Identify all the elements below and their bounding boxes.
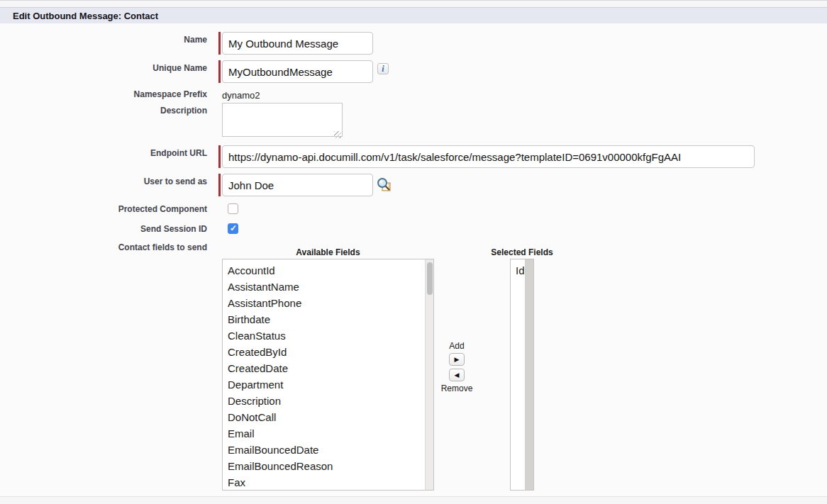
- user-to-send-as-input[interactable]: [222, 174, 373, 196]
- info-icon[interactable]: i: [377, 63, 389, 74]
- description-resize-handle: [222, 103, 343, 140]
- list-item[interactable]: Birthdate: [223, 311, 433, 327]
- move-buttons-column: Add ▶ ◀ Remove: [434, 242, 479, 394]
- remove-button[interactable]: ◀: [449, 369, 465, 381]
- required-indicator: [218, 145, 221, 168]
- user-to-send-as-label: User to send as: [0, 174, 207, 186]
- available-fields-items: AccountIdAssistantNameAssistantPhoneBirt…: [223, 259, 433, 491]
- contact-fields-label: Contact fields to send: [0, 242, 207, 252]
- unique-name-input[interactable]: [222, 60, 373, 83]
- scrollbar-thumb[interactable]: [427, 262, 433, 295]
- section-title-bar: Edit Outbound Message: Contact: [0, 8, 827, 23]
- list-item[interactable]: Fax: [223, 474, 433, 491]
- protected-component-label: Protected Component: [0, 203, 207, 214]
- endpoint-url-label: Endpoint URL: [0, 145, 207, 158]
- remove-label: Remove: [441, 383, 473, 394]
- unique-name-label: Unique Name: [0, 60, 207, 73]
- required-indicator: [218, 60, 221, 83]
- namespace-prefix-value: dynamo2: [222, 89, 260, 101]
- page-title: Edit Outbound Message: Contact: [13, 11, 158, 21]
- scrollbar-track[interactable]: [425, 259, 433, 490]
- endpoint-url-input[interactable]: [222, 145, 755, 168]
- list-item[interactable]: Email: [223, 425, 433, 442]
- list-item[interactable]: AccountId: [223, 262, 433, 279]
- description-row: Description: [0, 103, 827, 140]
- available-fields-header: Available Fields: [296, 246, 360, 259]
- send-session-id-label: Send Session ID: [0, 223, 207, 234]
- list-item[interactable]: Description: [223, 393, 433, 409]
- required-indicator: [218, 174, 221, 196]
- required-indicator: [218, 32, 221, 55]
- outbound-message-form: Name Unique Name i Namespace Prefix dyna…: [0, 23, 827, 491]
- list-item[interactable]: AssistantName: [223, 279, 433, 295]
- send-session-id-row: Send Session ID: [0, 223, 827, 234]
- send-session-id-checkbox[interactable]: [228, 223, 238, 234]
- name-row: Name: [0, 32, 827, 55]
- add-button[interactable]: ▶: [449, 353, 465, 366]
- dual-listbox: Available Fields AccountIdAssistantNameA…: [222, 242, 554, 491]
- namespace-prefix-label: Namespace Prefix: [0, 89, 207, 99]
- available-fields-column: Available Fields AccountIdAssistantNameA…: [222, 242, 434, 491]
- list-item[interactable]: CreatedDate: [223, 360, 433, 376]
- description-textarea[interactable]: [222, 103, 343, 137]
- list-item[interactable]: DoNotCall: [223, 409, 433, 425]
- list-item[interactable]: AssistantPhone: [223, 295, 433, 311]
- list-item[interactable]: EmailBouncedDate: [223, 442, 433, 458]
- selected-fields-column: Selected Fields Id: [490, 242, 554, 491]
- list-item[interactable]: CleanStatus: [223, 327, 433, 344]
- scrollbar-track[interactable]: [525, 259, 533, 490]
- name-label: Name: [0, 32, 207, 45]
- add-label: Add: [449, 340, 464, 352]
- browser-top-strip: [0, 0, 827, 8]
- name-input[interactable]: [222, 32, 373, 55]
- list-item[interactable]: EmailBouncedReason: [223, 458, 433, 474]
- list-item[interactable]: CreatedById: [223, 344, 433, 360]
- page-bottom-divider: [0, 496, 827, 504]
- contact-fields-row: Contact fields to send Available Fields …: [0, 242, 827, 491]
- protected-component-checkbox[interactable]: [228, 203, 238, 214]
- unique-name-row: Unique Name i: [0, 60, 827, 83]
- selected-fields-header: Selected Fields: [491, 246, 553, 259]
- lookup-icon[interactable]: [377, 177, 392, 192]
- available-fields-listbox[interactable]: AccountIdAssistantNameAssistantPhoneBirt…: [222, 259, 434, 491]
- description-label: Description: [0, 103, 207, 116]
- user-to-send-as-row: User to send as: [0, 174, 827, 196]
- selected-fields-listbox[interactable]: Id: [510, 259, 534, 491]
- protected-component-row: Protected Component: [0, 203, 827, 214]
- list-item[interactable]: Department: [223, 376, 433, 393]
- namespace-prefix-row: Namespace Prefix dynamo2: [0, 89, 827, 103]
- endpoint-url-row: Endpoint URL: [0, 145, 827, 168]
